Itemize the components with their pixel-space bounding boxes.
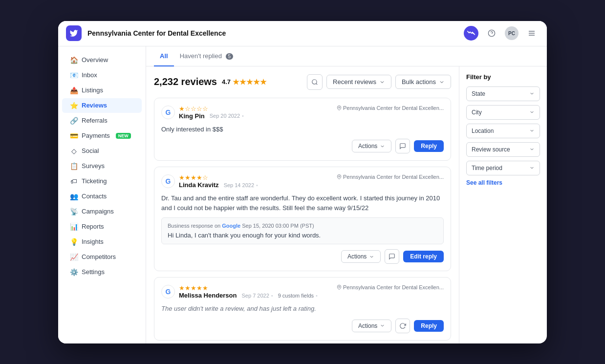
sidebar-item-social[interactable]: ◇ Social [62, 144, 142, 158]
review-1-reply-button[interactable]: Reply [414, 140, 444, 152]
rating-display: 4.7 ★★★★★ [222, 78, 267, 86]
insights-icon: 💡 [70, 238, 78, 246]
sidebar-item-referrals[interactable]: 🔗 Referrals [62, 113, 142, 128]
sidebar-item-payments[interactable]: 💳 Payments NEW [62, 128, 142, 143]
reviews-actions: Recent reviews Bulk actions [307, 74, 451, 90]
listings-icon: 📤 [70, 86, 78, 94]
sidebar-item-contacts[interactable]: 👥 Contacts [62, 189, 142, 204]
review-source-filter[interactable]: Review source [466, 142, 540, 157]
reviewer-2-name: Linda Kravitz [179, 181, 219, 189]
review-3-card: G ★★★★★ Melissa Henderson Sep 7 2022 • [154, 277, 451, 341]
sidebar-item-settings[interactable]: ⚙️ Settings [62, 265, 142, 279]
reports-icon: 📊 [70, 223, 78, 231]
sidebar-item-competitors[interactable]: 📈 Competitors [62, 250, 142, 264]
svg-point-8 [339, 176, 340, 177]
sidebar-item-listings[interactable]: 📤 Listings [62, 83, 142, 98]
svg-point-9 [339, 286, 340, 288]
referrals-icon: 🔗 [70, 117, 78, 125]
inbox-icon: 📧 [70, 71, 78, 79]
review-2-edit-reply-button[interactable]: Edit reply [403, 251, 444, 262]
filter-sidebar: Filter by State City Location Review [459, 66, 547, 343]
contacts-icon: 👥 [70, 193, 78, 200]
search-button[interactable] [307, 74, 323, 90]
sort-dropdown[interactable]: Recent reviews [326, 75, 391, 89]
review-2-location: Pennsylvania Center for Dental Excellen.… [337, 174, 444, 180]
main-layout: 🏠 Overview 📧 Inbox 📤 Listings ⭐ Reviews … [58, 46, 547, 343]
review-2-card: G ★★★★☆ Linda Kravitz Sep 14 2022 • [154, 167, 451, 271]
menu-icon[interactable] [524, 26, 539, 41]
review-3-header: G ★★★★★ Melissa Henderson Sep 7 2022 • [161, 284, 444, 299]
review-2-stars: ★★★★☆ [179, 174, 208, 181]
bulk-actions-dropdown[interactable]: Bulk actions [395, 75, 451, 89]
review-2-comment-button[interactable] [385, 249, 399, 264]
sidebar: 🏠 Overview 📧 Inbox 📤 Listings ⭐ Reviews … [58, 46, 146, 343]
review-card: G ★☆☆☆☆ King Pin Sep 20 2022 • [154, 98, 451, 161]
reviews-main: 2,232 reviews 4.7 ★★★★★ Recent rev [146, 66, 459, 343]
review-3-location: Pennsylvania Center for Dental Excellen.… [337, 284, 444, 290]
review-1-actions-dropdown[interactable]: Actions [352, 140, 391, 152]
review-2-actions: Actions Edit reply [161, 249, 444, 264]
reviews-icon: ⭐ [70, 102, 78, 109]
review-1-text: Only interested in $$$ [161, 125, 444, 134]
reviewer-2-info: G ★★★★☆ Linda Kravitz Sep 14 2022 • [161, 174, 258, 189]
business-response: Business response on Google Sep 15, 2020… [161, 217, 444, 244]
location-filter[interactable]: Location [466, 124, 540, 138]
google-platform-icon-3: G [161, 285, 175, 299]
svg-point-5 [312, 79, 317, 84]
google-platform-icon: G [161, 106, 175, 119]
app-logo [66, 25, 82, 41]
app-window: Pennsylvania Center for Dental Excellenc… [58, 21, 547, 343]
see-all-filters-link[interactable]: See all filters [466, 179, 540, 186]
city-filter[interactable]: City [466, 105, 540, 120]
review-3-refresh-button[interactable] [395, 319, 410, 333]
tab-havent-replied[interactable]: Haven't replied 5 [174, 46, 239, 66]
ticketing-icon: 🏷 [70, 177, 78, 185]
review-1-comment-button[interactable] [395, 139, 410, 153]
review-1-stars: ★☆☆☆☆ [179, 105, 208, 112]
surveys-icon: 📋 [70, 162, 78, 170]
tab-all[interactable]: All [154, 46, 174, 66]
filter-title: Filter by [466, 73, 540, 81]
custom-fields-badge: 9 custom fields [278, 293, 314, 299]
review-1-header: G ★☆☆☆☆ King Pin Sep 20 2022 • [161, 105, 444, 120]
signal-icon[interactable] [464, 26, 478, 41]
rating-stars: ★★★★★ [233, 78, 267, 86]
business-response-header: Business response on Google Sep 15, 2020… [168, 223, 437, 229]
sidebar-item-insights[interactable]: 💡 Insights [62, 235, 142, 249]
sidebar-item-ticketing[interactable]: 🏷 Ticketing [62, 174, 142, 189]
svg-point-7 [339, 107, 340, 108]
sidebar-item-inbox[interactable]: 📧 Inbox [62, 68, 142, 83]
review-3-reply-button[interactable]: Reply [414, 320, 444, 332]
campaigns-icon: 📡 [70, 208, 78, 215]
sidebar-item-reviews[interactable]: ⭐ Reviews [62, 98, 142, 113]
competitors-icon: 📈 [70, 253, 78, 261]
review-3-stars: ★★★★★ [179, 284, 208, 292]
review-3-actions-dropdown[interactable]: Actions [352, 320, 391, 332]
review-3-date: Sep 7 2022 [242, 293, 269, 299]
titlebar-actions: PC [464, 26, 539, 41]
reviewer-3-name: Melissa Henderson [179, 292, 237, 299]
social-icon: ◇ [70, 147, 78, 155]
overview-icon: 🏠 [70, 56, 78, 64]
svg-line-6 [316, 83, 318, 85]
content-area: All Haven't replied 5 2,232 reviews 4.7 [146, 46, 547, 343]
review-1-date: Sep 20 2022 [210, 113, 240, 119]
rating-value: 4.7 [222, 78, 231, 86]
review-3-actions: Actions Reply [161, 319, 444, 333]
sidebar-item-surveys[interactable]: 📋 Surveys [62, 159, 142, 173]
time-period-filter[interactable]: Time period [466, 161, 540, 175]
user-avatar[interactable]: PC [505, 26, 519, 40]
total-reviews: 2,232 reviews [154, 76, 217, 87]
state-filter[interactable]: State [466, 86, 540, 101]
payments-new-badge: NEW [116, 133, 131, 139]
review-2-actions-dropdown[interactable]: Actions [341, 250, 381, 263]
review-2-header: G ★★★★☆ Linda Kravitz Sep 14 2022 • [161, 174, 444, 189]
business-response-text: Hi Linda, I can't thank you enough for y… [168, 232, 437, 239]
sidebar-item-reports[interactable]: 📊 Reports [62, 219, 142, 234]
sidebar-item-campaigns[interactable]: 📡 Campaigns [62, 204, 142, 219]
help-icon[interactable] [484, 26, 499, 41]
havent-replied-badge: 5 [226, 53, 234, 60]
review-2-date: Sep 14 2022 [224, 182, 254, 188]
reviewer-1-info: G ★☆☆☆☆ King Pin Sep 20 2022 • [161, 105, 244, 120]
sidebar-item-overview[interactable]: 🏠 Overview [62, 53, 142, 67]
